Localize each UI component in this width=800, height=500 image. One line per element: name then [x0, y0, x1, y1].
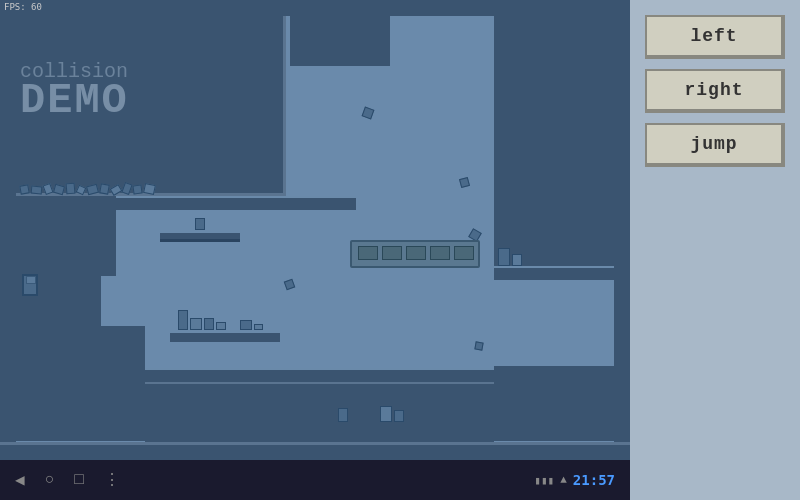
android-nav-bar: ◀ ○ □ ⋮ ▮▮▮ ▲ 21:57 — [0, 460, 630, 500]
game-area: FPS: 60 collision — [0, 0, 630, 460]
status-bar-right: ▮▮▮ ▲ 21:57 — [534, 472, 615, 488]
stack-box-6 — [254, 324, 263, 330]
battery-icon: ▮▮▮ — [534, 474, 554, 487]
jump-button[interactable]: jump — [645, 123, 785, 167]
wifi-icon: ▲ — [560, 474, 567, 486]
left-button[interactable]: left — [645, 15, 785, 59]
floating-box-5 — [474, 341, 483, 350]
upper-left-wall — [16, 16, 286, 196]
bottom-box-2 — [380, 406, 392, 422]
right-box-1 — [498, 248, 510, 266]
back-button[interactable]: ◀ — [15, 470, 25, 490]
wall-left — [0, 0, 16, 442]
clock: 21:57 — [573, 472, 615, 488]
controls-panel: left right jump — [630, 0, 800, 500]
floor-bottom — [0, 442, 630, 460]
float-platform-1 — [160, 230, 240, 242]
bottom-box-3 — [394, 410, 404, 422]
right-box-2 — [512, 254, 522, 266]
game-level: collision DEMO — [0, 0, 630, 460]
menu-button[interactable]: ⋮ — [104, 470, 120, 490]
wall-top — [0, 0, 630, 16]
debris-pile — [20, 170, 220, 194]
upper-float-box — [195, 218, 205, 230]
right-lower-area — [494, 266, 614, 366]
stack-box-5 — [240, 320, 252, 330]
left-alcove — [16, 196, 116, 276]
stack-box-1 — [178, 310, 188, 330]
floating-box-4 — [284, 279, 296, 291]
stack-box-4 — [216, 322, 226, 330]
right-lower-wall — [494, 366, 614, 441]
right-mid-platform — [494, 266, 614, 280]
right-button[interactable]: right — [645, 69, 785, 113]
fps-counter: FPS: 60 — [4, 2, 42, 12]
wall-right — [614, 0, 630, 442]
recents-button[interactable]: □ — [74, 471, 84, 489]
home-button[interactable]: ○ — [45, 471, 55, 489]
floating-box-2 — [459, 177, 470, 188]
bottom-platform — [145, 382, 494, 442]
character — [22, 274, 38, 296]
mid-lower-step — [85, 326, 145, 441]
float-platform-2 — [170, 330, 280, 342]
train — [350, 240, 480, 268]
wall-notch-top — [290, 16, 390, 66]
stack-box-2 — [190, 318, 202, 330]
stack-box-3 — [204, 318, 214, 330]
floating-box-1 — [362, 107, 375, 120]
right-wall-upper — [494, 16, 614, 266]
bottom-box — [338, 408, 348, 422]
bottom-ledge — [145, 368, 494, 382]
